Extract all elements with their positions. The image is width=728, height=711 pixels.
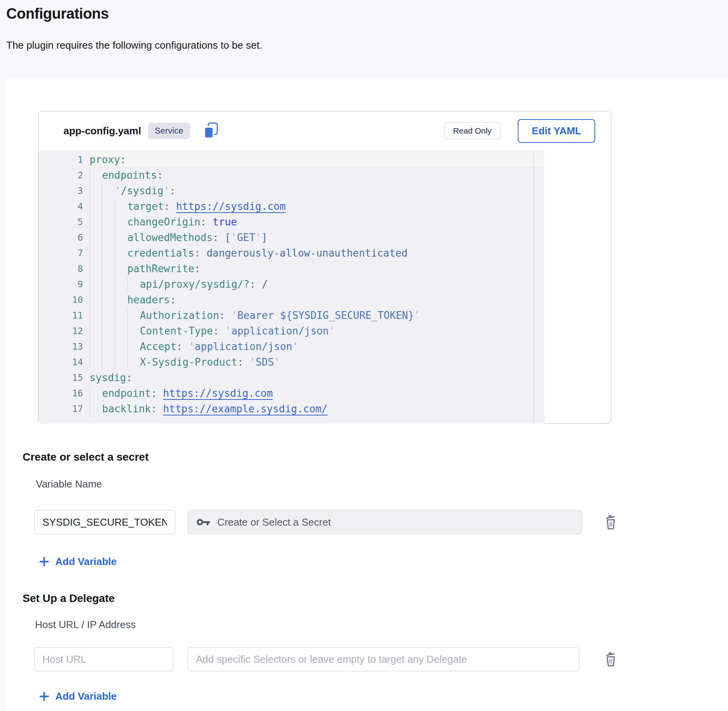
plus-icon [39,556,49,567]
yaml-config-card: app-config.yaml Service Read Only Edit Y… [38,111,611,424]
line-number: 5 [39,214,90,230]
line-number: 2 [39,167,90,183]
line-number: 1 [39,152,90,167]
line-number: 16 [39,385,90,401]
indent-guide [115,245,127,261]
indent-guide [90,385,102,401]
key-icon [197,517,211,527]
content-panel: app-config.yaml Service Read Only Edit Y… [5,78,728,711]
trash-icon[interactable] [605,515,616,530]
code-line-13: 13Accept: 'application/json' [39,339,545,354]
page-header: Configurations The plugin requires the f… [0,0,728,78]
yaml-card-header: app-config.yaml Service Read Only Edit Y… [39,111,611,150]
secret-select-field[interactable]: Create or Select a Secret [188,510,582,534]
add-variable-delegate[interactable]: Add Variable [39,690,117,702]
delegate-row [34,647,642,671]
indent-guide [90,276,102,292]
indent-guide [127,323,140,339]
variable-name-label: Variable Name [36,478,102,490]
code-line-3: 3'/sysdig': [39,183,545,199]
line-number: 4 [39,199,90,214]
line-number: 13 [39,339,90,354]
indent-guide [90,354,102,370]
line-number: 10 [39,292,90,308]
indent-guide [102,214,114,230]
code-line-4: 4target: https://sysdig.com [39,199,545,214]
code-line-8: 8pathRewrite: [39,261,545,276]
indent-guide [90,308,102,323]
delegate-selectors-input[interactable] [188,647,579,671]
add-variable-label: Add Variable [55,555,117,568]
indent-guide [115,230,127,245]
delegate-section-heading: Set Up a Delegate [23,592,115,605]
indent-guide [127,339,140,354]
indent-guide [90,261,102,276]
indent-guide [90,401,102,417]
indent-guide [102,308,114,323]
indent-guide [127,276,140,292]
code-line-9: 9api/proxy/sysdig/?: / [39,276,545,292]
yaml-code-lines: 1proxy:2endpoints:3'/sysdig':4target: ht… [39,150,545,417]
trash-icon[interactable] [605,652,616,667]
indent-guide [102,199,114,214]
indent-guide [127,354,140,370]
indent-guide [102,245,114,261]
indent-guide [115,323,127,339]
indent-guide [115,354,127,370]
code-line-12: 12Content-Type: 'application/json' [39,323,545,339]
code-line-2: 2endpoints: [39,167,545,183]
indent-guide [90,292,102,308]
indent-guide [115,214,127,230]
code-line-7: 7credentials: dangerously-allow-unauthen… [39,245,545,261]
code-line-17: 17backlink: https://example.sysdig.com/ [39,401,545,417]
line-number: 9 [39,276,90,292]
code-line-5: 5changeOrigin: true [39,214,545,230]
indent-guide [90,183,102,199]
indent-guide [90,230,102,245]
indent-guide [102,261,114,276]
indent-guide [115,292,127,308]
indent-guide [115,276,127,292]
yaml-editor[interactable]: 1proxy:2endpoints:3'/sysdig':4target: ht… [39,150,545,424]
variable-name-input[interactable] [34,510,175,534]
configurations-page: Configurations The plugin requires the f… [0,0,728,711]
indent-guide [115,339,127,354]
indent-guide [115,308,127,323]
indent-guide [90,323,102,339]
read-only-button[interactable]: Read Only [444,122,501,139]
indent-guide [90,245,102,261]
secret-section-heading: Create or select a secret [23,451,149,464]
secret-select-placeholder: Create or Select a Secret [217,516,331,528]
add-variable-secret[interactable]: Add Variable [39,555,117,568]
host-url-label: Host URL / IP Address [35,618,136,631]
indent-guide [90,199,102,214]
code-line-11: 11Authorization: 'Bearer ${SYSDIG_SECURE… [39,308,545,323]
indent-guide [102,276,114,292]
add-variable-label: Add Variable [55,690,117,702]
yaml-filename: app-config.yaml [63,125,141,137]
indent-guide [102,323,114,339]
line-number: 6 [39,230,90,245]
line-number: 14 [39,354,90,370]
line-number: 15 [39,370,90,385]
indent-guide [102,183,114,199]
indent-guide [102,354,114,370]
indent-guide [102,292,114,308]
host-url-input[interactable] [34,647,173,671]
plus-icon [39,691,49,702]
code-line-10: 10headers: [39,292,545,308]
edit-yaml-button[interactable]: Edit YAML [518,119,595,143]
code-line-14: 14X-Sysdig-Product: 'SDS' [39,354,545,370]
indent-guide [115,261,127,276]
line-number: 8 [39,261,90,276]
indent-guide [90,339,102,354]
copy-icon[interactable] [203,122,219,140]
editor-scrollbar[interactable] [533,150,534,424]
indent-guide [102,339,114,354]
code-line-6: 6allowedMethods: ['GET'] [39,230,545,245]
service-badge: Service [148,123,190,139]
code-line-15: 15sysdig: [39,370,545,385]
line-number: 12 [39,323,90,339]
line-number: 7 [39,245,90,261]
indent-guide [127,308,140,323]
